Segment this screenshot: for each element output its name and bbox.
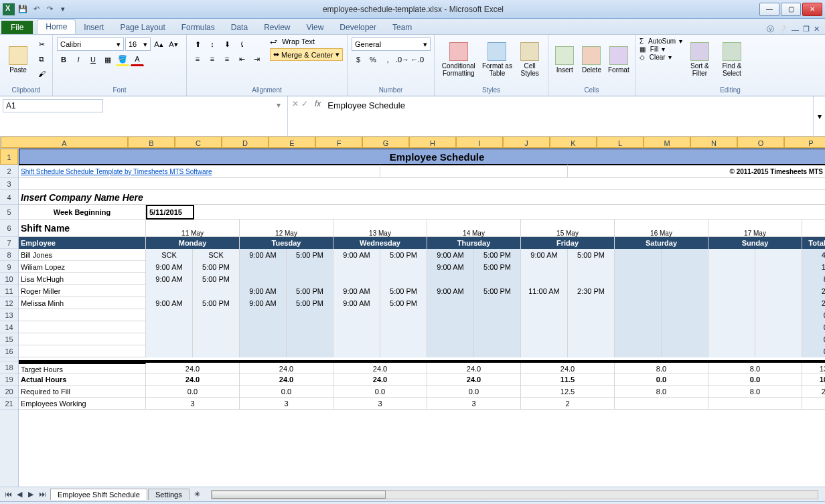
tab-nav-first-icon[interactable]: ⏮ (3, 490, 13, 499)
cell[interactable] (708, 261, 755, 273)
cell[interactable] (755, 249, 802, 261)
cell[interactable] (662, 345, 708, 357)
cell[interactable]: 13 May (333, 220, 427, 237)
tab-insert[interactable]: Insert (76, 21, 112, 34)
cell[interactable] (662, 273, 708, 285)
cell[interactable] (708, 333, 755, 345)
row-header[interactable]: 19 (0, 373, 18, 386)
row-header[interactable]: 11 (0, 285, 18, 297)
copy-icon[interactable]: ⧉ (35, 52, 48, 66)
decrease-decimal-icon[interactable]: ←.0 (410, 53, 424, 66)
cell[interactable]: 0.0 (802, 333, 825, 345)
cell[interactable]: Shift Name (19, 220, 146, 237)
cell[interactable] (568, 333, 615, 345)
col-header[interactable]: N (690, 137, 737, 148)
cell[interactable] (380, 345, 427, 357)
tab-home[interactable]: Home (37, 19, 76, 34)
tab-formulas[interactable]: Formulas (173, 21, 223, 34)
cell[interactable]: 40.0 (802, 249, 825, 261)
cell[interactable] (662, 309, 708, 321)
cell[interactable]: Roger Miller (19, 285, 146, 297)
row-header[interactable]: 14 (0, 321, 18, 333)
cell[interactable]: 24.0 (427, 373, 521, 386)
cell[interactable] (333, 261, 380, 273)
col-header[interactable]: I (456, 137, 503, 148)
col-header[interactable]: C (175, 137, 222, 148)
fx-icon[interactable]: fx (315, 99, 321, 108)
tab-nav-next-icon[interactable]: ▶ (25, 490, 36, 499)
row-header[interactable]: 3 (0, 178, 18, 190)
cell[interactable]: 16.0 (802, 261, 825, 273)
cell[interactable] (240, 261, 287, 273)
cell[interactable]: 0.0 (427, 386, 521, 398)
cell[interactable] (287, 273, 333, 285)
cell[interactable] (240, 273, 287, 285)
cell[interactable] (146, 345, 193, 357)
tab-nav-last-icon[interactable]: ⏭ (37, 490, 48, 499)
cell[interactable] (662, 285, 708, 297)
undo-icon[interactable]: ↶ (31, 4, 42, 15)
cell[interactable] (615, 398, 708, 410)
row-header[interactable]: 13 (0, 309, 18, 321)
cell[interactable] (333, 345, 380, 357)
cell[interactable]: 24.0 (240, 373, 333, 386)
cell[interactable]: SCK (146, 249, 193, 261)
cell[interactable]: 0.0 (240, 386, 333, 398)
cell[interactable] (615, 297, 662, 309)
save-icon[interactable]: 💾 (17, 4, 28, 15)
cell[interactable] (380, 165, 568, 178)
bold-button[interactable]: B (57, 53, 70, 66)
cell[interactable] (521, 297, 568, 309)
cell[interactable] (427, 297, 474, 309)
mdi-close-icon[interactable]: ✕ (814, 25, 820, 33)
cell[interactable] (615, 285, 662, 297)
cell[interactable] (708, 249, 755, 261)
tab-data[interactable]: Data (223, 21, 256, 34)
cell[interactable] (240, 333, 287, 345)
cell[interactable]: 0.0 (615, 373, 708, 386)
cell[interactable] (802, 398, 825, 410)
grow-font-icon[interactable]: A▴ (152, 37, 165, 51)
cell[interactable] (380, 309, 427, 321)
sheet-tab[interactable]: Settings (148, 489, 190, 500)
cell[interactable] (333, 309, 380, 321)
cell[interactable] (708, 398, 802, 410)
mdi-minimize-icon[interactable]: — (792, 25, 799, 33)
cell[interactable]: 9:00 AM (427, 285, 474, 297)
cell[interactable]: 3 (240, 398, 333, 410)
col-header[interactable]: G (362, 137, 409, 148)
cell[interactable]: 9:00 AM (146, 273, 193, 285)
cell[interactable] (521, 345, 568, 357)
cell[interactable]: 9:00 AM (240, 297, 287, 309)
cell[interactable]: 9:00 AM (521, 249, 568, 261)
cell[interactable] (287, 309, 333, 321)
cancel-formula-icon[interactable]: ✕ (292, 99, 299, 108)
cell[interactable]: 11 May (146, 220, 240, 237)
cell[interactable] (662, 249, 708, 261)
align-bottom-icon[interactable]: ⬇ (220, 37, 234, 51)
cell[interactable] (755, 261, 802, 273)
cell[interactable] (615, 321, 662, 333)
cell[interactable] (19, 321, 146, 333)
sort-filter-button[interactable]: Sort & Filter (685, 37, 715, 82)
comma-icon[interactable]: , (381, 53, 394, 66)
cell[interactable]: 5:00 PM (287, 297, 333, 309)
row-header[interactable]: 4 (0, 190, 18, 205)
cell[interactable] (19, 333, 146, 345)
font-size-combo[interactable]: 16▾ (125, 37, 151, 51)
cell[interactable] (380, 333, 427, 345)
col-header[interactable]: H (409, 137, 456, 148)
italic-button[interactable]: I (72, 53, 85, 66)
cell[interactable]: 8.0 (802, 273, 825, 285)
cell[interactable] (240, 345, 287, 357)
cell[interactable]: 2:30 PM (568, 285, 615, 297)
tab-developer[interactable]: Developer (331, 21, 384, 34)
cell[interactable] (568, 297, 615, 309)
cell[interactable] (193, 333, 240, 345)
cell[interactable]: 9:00 AM (146, 261, 193, 273)
cell[interactable]: Friday (521, 237, 615, 249)
cell[interactable]: 0.0 (802, 309, 825, 321)
cell[interactable]: 9:00 AM (146, 297, 193, 309)
format-cells-button[interactable]: Format (607, 37, 631, 82)
cell[interactable] (333, 321, 380, 333)
